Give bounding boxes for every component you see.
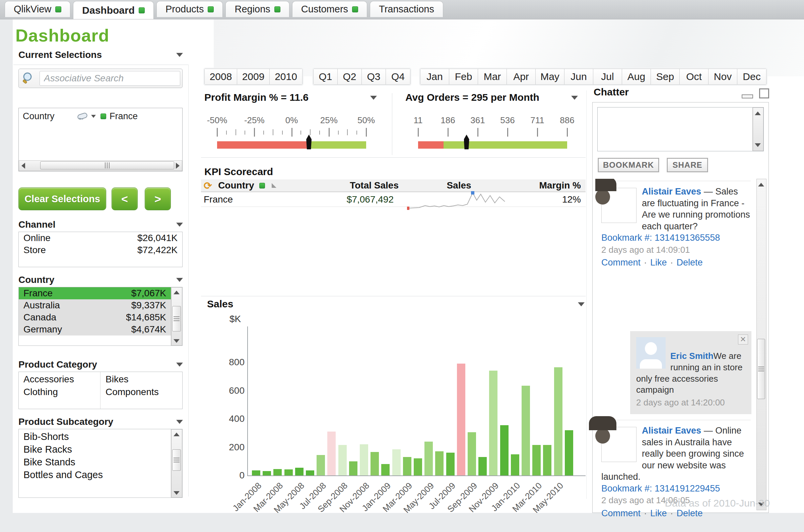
tab-products[interactable]: Products [156, 1, 223, 17]
month-jun[interactable]: Jun [564, 69, 593, 84]
tab-transactions[interactable]: Transactions [370, 1, 443, 17]
country-row-canada[interactable]: Canada$14,685K [19, 311, 171, 323]
product-category-caret-icon[interactable] [176, 363, 183, 367]
bookmark-link[interactable]: Bookmark #: 1314191365558 [601, 233, 720, 243]
current-selection-row[interactable]: Country France [19, 108, 182, 123]
channel-caret-icon[interactable] [176, 223, 183, 227]
subcategory-item-bottles-and-cages[interactable]: Bottles and Cages [19, 469, 171, 481]
vscroll-thumb[interactable] [172, 449, 181, 471]
bar-jul-2008[interactable] [317, 455, 325, 475]
scroll-up-icon[interactable] [173, 433, 180, 436]
like-action[interactable]: Like [650, 508, 667, 518]
chart-caret-icon[interactable] [578, 302, 584, 306]
month-may[interactable]: May [536, 69, 564, 84]
country-row-australia[interactable]: Australia$9,337K [19, 299, 171, 311]
subcategory-item-bib-shorts[interactable]: Bib-Shorts [19, 431, 171, 443]
kpi-header-total-sales[interactable]: Total Sales [285, 180, 399, 191]
bar-jan-2009[interactable] [381, 464, 390, 475]
country-caret-icon[interactable] [176, 278, 183, 282]
bar-jun-2009[interactable] [435, 451, 444, 475]
bar-apr-2010[interactable] [543, 445, 551, 475]
current-selections-hscrollbar[interactable] [19, 160, 182, 171]
category-item-bikes[interactable]: Bikes [101, 373, 183, 386]
like-action[interactable]: Like [650, 258, 667, 267]
scroll-left-icon[interactable] [21, 163, 25, 169]
bar-feb-2008[interactable] [263, 471, 271, 475]
scroll-up-icon[interactable] [758, 183, 764, 187]
selection-forward-button[interactable]: > [145, 188, 171, 210]
bar-may-2008[interactable] [295, 468, 303, 475]
chatter-input-scrollbar[interactable] [752, 108, 764, 151]
bar-aug-2008[interactable] [327, 432, 336, 475]
search-input[interactable] [39, 71, 180, 86]
month-apr[interactable]: Apr [507, 69, 536, 84]
gauge-caret-icon[interactable] [370, 96, 377, 100]
tab-customers[interactable]: Customers [292, 1, 367, 17]
gauge-needle[interactable] [306, 135, 312, 149]
bar-jan-2010[interactable] [511, 454, 519, 475]
subcategory-item-bike-stands[interactable]: Bike Stands [19, 456, 171, 469]
quarter-q4[interactable]: Q4 [386, 69, 410, 84]
bar-aug-2009[interactable] [457, 364, 465, 475]
bar-jul-2009[interactable] [446, 453, 454, 475]
selection-back-button[interactable]: < [112, 188, 138, 210]
gauge-needle[interactable] [464, 135, 469, 149]
quarter-q2[interactable]: Q2 [338, 69, 362, 84]
bar-jan-2008[interactable] [252, 470, 260, 475]
chatter-feed-scrollbar[interactable] [756, 179, 766, 510]
tab-dashboard[interactable]: Dashboard [73, 1, 154, 19]
delete-action[interactable]: Delete [677, 258, 703, 267]
bar-may-2009[interactable] [425, 442, 433, 475]
bar-jun-2010[interactable] [565, 430, 573, 475]
month-dec[interactable]: Dec [737, 69, 766, 84]
month-oct[interactable]: Oct [680, 69, 709, 84]
bar-oct-2009[interactable] [479, 457, 487, 475]
bar-mar-2010[interactable] [532, 445, 541, 475]
bar-sep-2009[interactable] [468, 432, 476, 475]
scroll-down-icon[interactable] [173, 339, 180, 343]
bar-apr-2008[interactable] [284, 469, 293, 475]
bar-dec-2009[interactable] [500, 425, 508, 475]
selection-dropdown-caret-icon[interactable] [91, 115, 96, 118]
current-selections-caret-icon[interactable] [176, 53, 183, 57]
reply-author-link[interactable]: Eric Smith [670, 351, 713, 361]
month-jul[interactable]: Jul [593, 69, 622, 84]
bar-jun-2008[interactable] [306, 470, 314, 475]
month-sep[interactable]: Sep [651, 69, 680, 84]
scroll-down-icon[interactable] [173, 491, 180, 495]
bar-feb-2010[interactable] [522, 386, 530, 475]
country-row-france[interactable]: France$7,067K [19, 287, 171, 299]
month-jan[interactable]: Jan [420, 69, 449, 84]
eraser-icon[interactable] [76, 111, 90, 121]
clear-selections-button[interactable]: Clear Selections [18, 188, 106, 210]
kpi-data-row[interactable]: France $7,067,492 12% [201, 192, 585, 207]
sort-indicator-icon[interactable] [272, 183, 276, 188]
subcategory-vscrollbar[interactable] [171, 429, 182, 497]
hscroll-thumb[interactable] [40, 162, 174, 169]
close-icon[interactable]: ✕ [738, 335, 748, 344]
vscroll-thumb[interactable] [757, 339, 765, 399]
comment-author-link[interactable]: Alistair Eaves [642, 187, 701, 196]
share-button[interactable]: SHARE [667, 158, 708, 172]
scroll-up-icon[interactable] [755, 112, 761, 115]
month-aug[interactable]: Aug [622, 69, 651, 84]
bar-nov-2009[interactable] [489, 370, 498, 475]
month-nov[interactable]: Nov [709, 69, 737, 84]
month-mar[interactable]: Mar [478, 69, 507, 84]
quarter-q3[interactable]: Q3 [362, 69, 386, 84]
bar-apr-2009[interactable] [414, 458, 422, 475]
bar-may-2010[interactable] [554, 367, 562, 475]
chatter-input[interactable] [598, 108, 752, 151]
bar-dec-2008[interactable] [371, 452, 379, 475]
bookmark-button[interactable]: BOOKMARK [598, 158, 659, 172]
comment-author-link[interactable]: Alistair Eaves [642, 425, 701, 436]
year-2010[interactable]: 2010 [270, 69, 302, 84]
vscroll-thumb[interactable] [172, 306, 181, 331]
gauge-caret-icon[interactable] [571, 96, 578, 100]
product-subcategory-caret-icon[interactable] [176, 420, 183, 424]
country-vscrollbar[interactable] [171, 287, 182, 345]
comment-action[interactable]: Comment [601, 508, 640, 518]
comment-action[interactable]: Comment [601, 258, 640, 267]
channel-row-online[interactable]: Online$26,041K [19, 232, 182, 244]
scroll-right-icon[interactable] [176, 163, 180, 169]
